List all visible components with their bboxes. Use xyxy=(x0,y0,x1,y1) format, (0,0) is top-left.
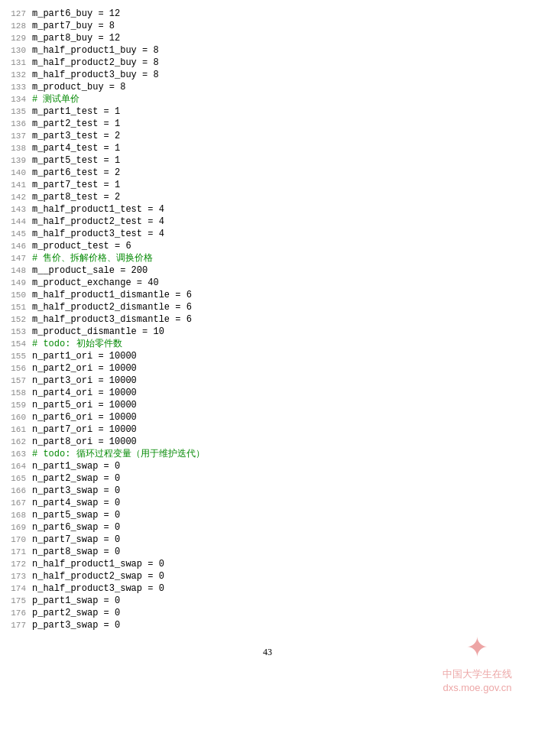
code-line: 165n_part2_swap = 0 xyxy=(0,472,527,485)
line-content: m_half_product3_test = 4 xyxy=(32,228,164,240)
line-content: n_part5_ori = 10000 xyxy=(32,399,137,411)
line-content: m_part1_test = 1 xyxy=(32,105,120,118)
line-number: 153 xyxy=(0,326,32,338)
line-number: 149 xyxy=(0,277,32,289)
line-content: m_part8_buy = 12 xyxy=(32,32,120,44)
code-line: 162n_part8_ori = 10000 xyxy=(0,436,527,448)
line-number: 148 xyxy=(0,264,32,277)
line-content: m_half_product2_dismantle = 6 xyxy=(32,301,192,313)
line-number: 164 xyxy=(0,460,32,472)
line-number: 130 xyxy=(0,44,32,57)
line-number: 139 xyxy=(0,154,32,167)
line-content: n_part4_ori = 10000 xyxy=(32,387,137,399)
line-number: 147 xyxy=(0,252,32,264)
line-content: n_part6_swap = 0 xyxy=(32,521,120,534)
line-number: 163 xyxy=(0,448,32,460)
line-number: 138 xyxy=(0,142,32,154)
line-content: m_product_dismantle = 10 xyxy=(32,326,164,338)
line-number: 176 xyxy=(0,607,32,619)
code-line: 160n_part6_ori = 10000 xyxy=(0,411,527,423)
line-number: 150 xyxy=(0,289,32,301)
line-content: n_part8_swap = 0 xyxy=(32,546,120,558)
line-content: n_part3_ori = 10000 xyxy=(32,375,137,387)
line-number: 162 xyxy=(0,436,32,448)
code-line: 152m_half_product3_dismantle = 6 xyxy=(0,313,527,326)
code-line: 163# todo: 循环过程变量（用于维护迭代） xyxy=(0,448,527,460)
line-content: n_part5_swap = 0 xyxy=(32,509,120,521)
line-content: n_half_product1_swap = 0 xyxy=(32,558,164,570)
code-line: 134# 测试单价 xyxy=(0,93,527,105)
watermark-text-line1: 中国大学生在线 xyxy=(443,667,512,681)
code-line: 130m_half_product1_buy = 8 xyxy=(0,44,527,57)
code-line: 156n_part2_ori = 10000 xyxy=(0,362,527,375)
code-line: 167n_part4_swap = 0 xyxy=(0,497,527,509)
line-number: 175 xyxy=(0,595,32,607)
code-line: 176p_part2_swap = 0 xyxy=(0,607,527,619)
line-content: n_half_product2_swap = 0 xyxy=(32,570,164,582)
line-content: m_part3_test = 2 xyxy=(32,130,120,142)
line-content: n_part2_ori = 10000 xyxy=(32,362,137,375)
line-content: n_part7_ori = 10000 xyxy=(32,423,137,436)
code-line: 128m_part7_buy = 8 xyxy=(0,20,527,32)
code-line: 127m_part6_buy = 12 xyxy=(0,8,527,20)
code-line: 140m_part6_test = 2 xyxy=(0,167,527,179)
line-content: p_part3_swap = 0 xyxy=(32,619,120,631)
code-line: 171n_part8_swap = 0 xyxy=(0,546,527,558)
code-line: 164n_part1_swap = 0 xyxy=(0,460,527,472)
code-line: 144m_half_product2_test = 4 xyxy=(0,216,527,228)
code-line: 138m_part4_test = 1 xyxy=(0,142,527,154)
line-number: 159 xyxy=(0,399,32,411)
watermark: ✦ 中国大学生在线 dxs.moe.gov.cn xyxy=(443,622,512,695)
code-block: 127m_part6_buy = 12128m_part7_buy = 8129… xyxy=(0,8,535,631)
code-line: 148m__product_sale = 200 xyxy=(0,264,527,277)
line-number: 154 xyxy=(0,338,32,350)
line-content: m_product_test = 6 xyxy=(32,240,131,252)
line-content: m_part6_test = 2 xyxy=(32,167,120,179)
code-line: 147# 售价、拆解价格、调换价格 xyxy=(0,252,527,264)
code-line: 175p_part1_swap = 0 xyxy=(0,595,527,607)
line-content: p_part2_swap = 0 xyxy=(32,607,120,619)
line-number: 142 xyxy=(0,191,32,203)
line-number: 141 xyxy=(0,179,32,191)
code-line: 137m_part3_test = 2 xyxy=(0,130,527,142)
line-number: 144 xyxy=(0,216,32,228)
code-line: 177p_part3_swap = 0 xyxy=(0,619,527,631)
line-content: # todo: 循环过程变量（用于维护迭代） xyxy=(32,448,205,460)
line-content: n_part7_swap = 0 xyxy=(32,534,120,546)
line-content: n_part6_ori = 10000 xyxy=(32,411,137,423)
code-line: 142m_part8_test = 2 xyxy=(0,191,527,203)
line-content: p_part1_swap = 0 xyxy=(32,595,120,607)
line-number: 167 xyxy=(0,497,32,509)
line-number: 127 xyxy=(0,8,32,20)
line-number: 133 xyxy=(0,81,32,93)
line-content: m__product_sale = 200 xyxy=(32,264,148,277)
line-content: m_part7_test = 1 xyxy=(32,179,120,191)
line-number: 171 xyxy=(0,546,32,558)
line-number: 161 xyxy=(0,423,32,436)
line-content: m_half_product1_test = 4 xyxy=(32,203,164,216)
line-number: 160 xyxy=(0,411,32,423)
line-number: 137 xyxy=(0,130,32,142)
code-line: 174n_half_product3_swap = 0 xyxy=(0,582,527,595)
code-line: 166n_part3_swap = 0 xyxy=(0,485,527,497)
line-number: 173 xyxy=(0,570,32,582)
line-number: 136 xyxy=(0,118,32,130)
code-line: 145m_half_product3_test = 4 xyxy=(0,228,527,240)
code-line: 155n_part1_ori = 10000 xyxy=(0,350,527,362)
page-container: 127m_part6_buy = 12128m_part7_buy = 8129… xyxy=(0,0,535,756)
line-number: 129 xyxy=(0,32,32,44)
line-number: 169 xyxy=(0,521,32,534)
line-content: m_part8_test = 2 xyxy=(32,191,120,203)
line-number: 128 xyxy=(0,20,32,32)
code-line: 141m_part7_test = 1 xyxy=(0,179,527,191)
line-number: 157 xyxy=(0,375,32,387)
line-number: 146 xyxy=(0,240,32,252)
line-content: n_part8_ori = 10000 xyxy=(32,436,137,448)
line-content: m_part7_buy = 8 xyxy=(32,20,115,32)
line-number: 155 xyxy=(0,350,32,362)
line-content: # 测试单价 xyxy=(32,93,79,105)
code-line: 129m_part8_buy = 12 xyxy=(0,32,527,44)
line-content: n_half_product3_swap = 0 xyxy=(32,582,164,595)
line-number: 170 xyxy=(0,534,32,546)
line-content: m_half_product3_buy = 8 xyxy=(32,69,159,81)
